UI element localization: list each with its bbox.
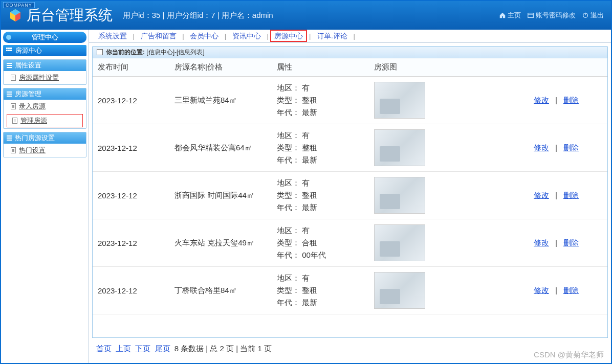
cell-actions: 修改|删除 <box>526 124 607 172</box>
sidebar-center-pill[interactable]: 管理中心 <box>3 32 86 43</box>
listing-thumb <box>374 177 425 214</box>
breadcrumb: 你当前的位置: [信息中心]-[信息列表] <box>92 46 608 58</box>
cell-img <box>369 172 526 219</box>
logo-icon <box>8 8 23 22</box>
topnav-item[interactable]: 系统设置 <box>94 32 131 40</box>
cell-actions: 修改|删除 <box>526 267 607 314</box>
cell-time: 2023-12-12 <box>93 267 169 314</box>
delete-link[interactable]: 删除 <box>560 143 582 152</box>
nav-sep: | <box>265 32 271 40</box>
action-sep: | <box>552 191 560 199</box>
table-row: 2023-12-12丁桥联合格里84㎡地区： 有类型： 整租年代： 最新修改|删… <box>93 267 607 314</box>
pager-first[interactable]: 首页 <box>96 344 112 353</box>
sidebar-item[interactable]: 热门设置 <box>4 144 86 157</box>
pager-last[interactable]: 尾页 <box>155 344 170 353</box>
account-link-label: 账号密码修改 <box>536 11 576 20</box>
cell-attr: 地区： 有类型： 整租年代： 最新 <box>272 124 369 172</box>
cell-img <box>369 267 526 314</box>
sidebar-item-label: 房源属性设置 <box>19 73 59 82</box>
table-row: 2023-12-12火车东站 克拉天玺49㎡地区： 有类型： 合租年代： 00年… <box>93 219 607 267</box>
topnav-item[interactable]: 订单.评论 <box>313 32 352 40</box>
edit-link[interactable]: 修改 <box>531 143 552 152</box>
edit-link[interactable]: 修改 <box>531 238 552 247</box>
topnav-item[interactable]: 房源中心 <box>270 30 307 42</box>
company-tag: COMPANY <box>3 2 35 8</box>
sidebar-group-head[interactable]: 属性设置 <box>4 60 86 71</box>
doc-icon <box>11 147 16 153</box>
home-link[interactable]: 主页 <box>497 10 523 21</box>
sidebar-item[interactable]: 管理房源 <box>7 114 83 127</box>
edit-link[interactable]: 修改 <box>531 96 552 104</box>
bars-icon <box>7 92 12 97</box>
listing-table: 发布时间 房源名称|价格 属性 房源图 2023-12-12三里新城兰苑84㎡地… <box>93 58 607 314</box>
cell-time: 2023-12-12 <box>93 219 169 267</box>
sidebar-group: 属性设置房源属性设置 <box>3 59 86 85</box>
delete-link[interactable]: 删除 <box>560 286 582 294</box>
header-links: 主页 账号密码修改 退出 <box>497 10 606 21</box>
topnav-item[interactable]: 会员中心 <box>186 32 223 40</box>
sidebar-group-head[interactable]: 房源管理 <box>4 88 86 100</box>
bars-icon <box>7 135 12 141</box>
table-row: 2023-12-12浙商国际 时间国际44㎡地区： 有类型： 整租年代： 最新修… <box>93 172 607 219</box>
cell-attr: 地区： 有类型： 整租年代： 最新 <box>272 172 369 219</box>
cell-name: 三里新城兰苑84㎡ <box>169 77 272 124</box>
action-sep: | <box>552 96 560 104</box>
pager-summary: 8 条数据 | 总 2 页 | 当前 1 页 <box>174 344 272 353</box>
doc-icon <box>97 49 103 55</box>
doc-icon <box>11 103 16 109</box>
doc-icon <box>12 118 17 124</box>
cell-name: 丁桥联合格里84㎡ <box>169 267 272 314</box>
sidebar-group-head[interactable]: 热门房源设置 <box>4 132 86 144</box>
sidebar-group: 热门房源设置热门设置 <box>3 132 86 157</box>
logout-link-label: 退出 <box>591 11 604 20</box>
sidebar-item-label: 热门设置 <box>19 146 46 155</box>
account-link[interactable]: 账号密码修改 <box>525 10 578 21</box>
cell-name: 浙商国际 时间国际44㎡ <box>169 172 272 219</box>
col-time: 发布时间 <box>93 58 169 77</box>
nav-sep: | <box>181 32 186 40</box>
listing-thumb <box>374 224 425 261</box>
delete-link[interactable]: 删除 <box>560 238 582 247</box>
action-sep: | <box>552 286 560 294</box>
sidebar-group: 房源管理录入房源管理房源 <box>3 88 86 129</box>
delete-link[interactable]: 删除 <box>560 191 582 199</box>
sidebar-item[interactable]: 房源属性设置 <box>4 71 86 84</box>
home-link-label: 主页 <box>508 11 521 20</box>
pager-prev[interactable]: 上页 <box>116 344 131 353</box>
doc-icon <box>11 75 16 81</box>
topnav-item[interactable]: 广告和留言 <box>137 32 181 40</box>
cell-actions: 修改|删除 <box>526 77 607 124</box>
cell-attr: 地区： 有类型： 整租年代： 最新 <box>272 267 369 314</box>
home-icon <box>499 12 506 19</box>
listing-thumb <box>374 272 425 309</box>
cell-img <box>369 124 526 172</box>
pager: 首页 上页 下页 尾页 8 条数据 | 总 2 页 | 当前 1 页 <box>92 338 608 360</box>
cell-attr: 地区： 有类型： 合租年代： 00年代 <box>272 219 369 267</box>
logout-link[interactable]: 退出 <box>580 10 606 21</box>
cell-name: 火车东站 克拉天玺49㎡ <box>169 219 272 267</box>
cell-actions: 修改|删除 <box>526 172 607 219</box>
sidebar-item-label: 管理房源 <box>20 116 47 125</box>
svg-rect-3 <box>528 13 534 18</box>
sidebar: 管理中心 房源中心 属性设置房源属性设置房源管理录入房源管理房源热门房源设置热门… <box>1 30 89 363</box>
breadcrumb-prefix: 你当前的位置: <box>106 48 145 57</box>
table-row: 2023-12-12都会风华精装公寓64㎡地区： 有类型： 整租年代： 最新修改… <box>93 124 607 172</box>
sidebar-item-label: 录入房源 <box>19 102 46 111</box>
col-img: 房源图 <box>369 58 526 77</box>
topnav-item[interactable]: 资讯中心 <box>228 32 265 40</box>
listing-thumb <box>374 129 425 166</box>
nav-sep: | <box>131 32 137 40</box>
topbar: COMPANY 后台管理系统 用户id：35 | 用户分组id：7 | 用户名：… <box>1 1 611 30</box>
sidebar-item[interactable]: 录入房源 <box>4 100 86 113</box>
nav-sep: | <box>307 32 313 40</box>
listing-thumb <box>374 82 425 119</box>
main-area: 系统设置 | 广告和留言 | 会员中心 | 资讯中心 | 房源中心 | 订单.评… <box>89 30 611 363</box>
edit-link[interactable]: 修改 <box>531 286 552 294</box>
edit-link[interactable]: 修改 <box>531 191 552 199</box>
app-window: COMPANY 后台管理系统 用户id：35 | 用户分组id：7 | 用户名：… <box>0 0 612 364</box>
account-icon <box>527 12 534 19</box>
delete-link[interactable]: 删除 <box>560 96 582 104</box>
bars-icon <box>7 63 12 68</box>
pager-next[interactable]: 下页 <box>135 344 150 353</box>
cell-actions: 修改|删除 <box>526 219 607 267</box>
